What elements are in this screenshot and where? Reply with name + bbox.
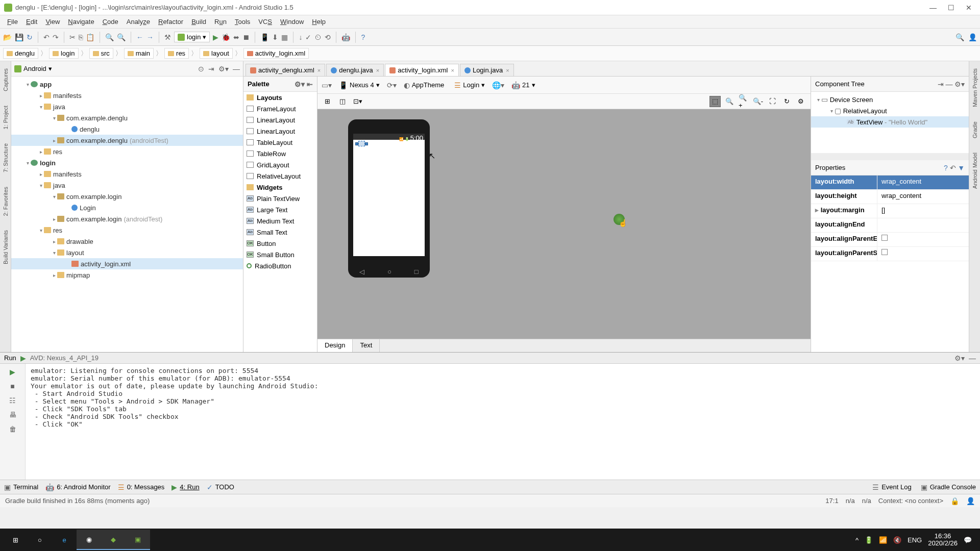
update-icon[interactable]: ↓ — [299, 33, 302, 41]
cut-icon[interactable]: ✂ — [69, 33, 76, 41]
history-icon[interactable]: ⏲ — [314, 33, 322, 41]
ime-label[interactable]: ENG — [908, 536, 922, 544]
project-view-dropdown[interactable]: Android ▾ — [14, 65, 52, 72]
api-dropdown[interactable]: 🤖21▾ — [508, 80, 538, 90]
settings-icon[interactable]: ⚙ — [795, 96, 806, 107]
tab-messages[interactable]: ☰0: Messages — [118, 483, 165, 491]
locale-icon[interactable]: 🌐▾ — [492, 81, 504, 89]
run-icon[interactable]: ▶ — [213, 33, 218, 41]
menu-tools[interactable]: Tools — [231, 16, 254, 27]
gear-icon[interactable]: ⚙▾ — [295, 80, 305, 88]
menu-edit[interactable]: Edit — [22, 16, 41, 27]
bc-src[interactable]: src — [89, 48, 113, 59]
search-everywhere-icon[interactable]: 🔍 — [955, 33, 964, 41]
menu-code[interactable]: Code — [99, 16, 122, 27]
close-button[interactable]: ✕ — [966, 4, 972, 12]
tab-gradle-console[interactable]: ▣Gradle Console — [921, 483, 976, 491]
back-icon[interactable]: ← — [136, 33, 143, 41]
tab-run[interactable]: ▶4: Run — [172, 483, 199, 491]
hide-icon[interactable]: — — [969, 354, 976, 362]
gear-icon[interactable]: ⚙▾ — [954, 354, 965, 362]
orientation-icon[interactable]: ⟳▾ — [387, 81, 397, 89]
bc-denglu[interactable]: denglu — [3, 48, 38, 59]
user-icon[interactable]: 👤 — [968, 33, 977, 41]
design-tab[interactable]: Design — [317, 339, 353, 352]
android-studio-button[interactable]: ◆ — [101, 530, 126, 550]
device-screen[interactable]: 📶 🔋 5:00 — [353, 134, 425, 256]
attach-icon[interactable]: ⬌ — [233, 33, 239, 41]
help-icon[interactable]: ? — [361, 33, 365, 41]
menu-file[interactable]: File — [3, 16, 22, 27]
theme-dropdown[interactable]: ◐AppTheme — [401, 80, 448, 90]
debug-icon[interactable]: 🐞 — [222, 33, 230, 41]
refresh-icon[interactable]: ↻ — [781, 96, 792, 107]
constraint-icon[interactable]: ⊞ — [322, 96, 333, 107]
close-icon[interactable]: × — [506, 67, 509, 73]
wifi-icon[interactable]: 📶 — [879, 536, 887, 544]
device-dropdown[interactable]: 📱Nexus 4▾ — [336, 80, 383, 90]
palette-list[interactable]: Layouts FrameLayout LinearLayout LinearL… — [243, 92, 317, 352]
minimize-button[interactable]: — — [929, 4, 937, 12]
close-icon[interactable]: × — [451, 67, 454, 73]
menu-run[interactable]: Run — [210, 16, 231, 27]
revert-icon[interactable]: ⟲ — [325, 33, 331, 41]
scroll-from-source-icon[interactable]: ⊙ — [198, 65, 204, 73]
run-output[interactable]: emulator: Listening for console connecti… — [26, 364, 980, 480]
volume-icon[interactable]: 🔇 — [893, 536, 901, 544]
gutter-gradle[interactable]: Gradle — [971, 119, 979, 140]
reset-icon[interactable]: ↶ — [950, 164, 956, 172]
project-tree[interactable]: ▾app ▸manifests ▾java ▾com.example.dengl… — [11, 77, 243, 352]
run-config-dropdown[interactable]: login ▾ — [174, 32, 210, 42]
replace-icon[interactable]: 🔍 — [117, 33, 126, 41]
hide-icon[interactable]: — — [945, 80, 952, 88]
gear-icon[interactable]: ⚙▾ — [954, 80, 965, 88]
find-icon[interactable]: 🔍 — [105, 33, 114, 41]
hide-icon[interactable]: ⇤ — [307, 80, 313, 88]
zoom-in-icon[interactable]: 🔍+ — [738, 96, 749, 107]
sync-icon[interactable]: ↻ — [27, 33, 33, 41]
menu-view[interactable]: View — [41, 16, 64, 27]
menu-vcs[interactable]: VCS — [254, 16, 276, 27]
android-logo-icon[interactable]: 🤖 — [341, 33, 350, 41]
app-button-1[interactable]: ◉ — [77, 530, 101, 550]
help-icon[interactable]: ? — [944, 164, 948, 172]
tab-login-java[interactable]: Login.java× — [460, 64, 514, 76]
avd-icon[interactable]: 📱 — [260, 33, 269, 41]
redo-icon[interactable]: ↷ — [53, 33, 59, 41]
collapse-icon[interactable]: ⇥ — [208, 65, 214, 73]
menu-help[interactable]: Help — [308, 16, 330, 27]
menu-window[interactable]: Window — [276, 16, 308, 27]
undo-icon[interactable]: ↶ — [43, 33, 50, 41]
ddms-icon[interactable]: ▦ — [281, 33, 288, 41]
cortana-button[interactable]: ○ — [28, 530, 52, 550]
notifications-icon[interactable]: 💬 — [964, 536, 972, 544]
tab-terminal[interactable]: ▣Terminal — [4, 483, 38, 491]
menu-build[interactable]: Build — [187, 16, 210, 27]
battery-icon[interactable]: 🔋 — [865, 536, 873, 544]
gutter-project[interactable]: 1: Project — [2, 104, 10, 131]
clock[interactable]: 16:36 2020/2/26 — [928, 533, 958, 547]
edge-button[interactable]: e — [52, 530, 77, 550]
paste-icon[interactable]: 📋 — [86, 33, 94, 41]
stop-icon[interactable]: ⏹ — [242, 33, 250, 41]
gutter-structure[interactable]: 7: Structure — [2, 141, 10, 174]
commit-icon[interactable]: ✓ — [305, 33, 311, 41]
hide-icon[interactable]: — — [233, 65, 240, 73]
text-tab[interactable]: Text — [353, 339, 380, 352]
filter-icon[interactable]: ▼ — [958, 164, 965, 172]
print-icon[interactable]: 🖶 — [9, 411, 16, 419]
bc-login[interactable]: login — [49, 48, 78, 59]
layout-icon[interactable]: ☷ — [9, 396, 16, 405]
bc-file[interactable]: activity_login.xml — [243, 48, 309, 59]
bc-layout[interactable]: layout — [200, 48, 233, 59]
zoom-actual-icon[interactable]: 🔍 — [724, 96, 735, 107]
tab-activity-login[interactable]: activity_login.xml× — [385, 64, 459, 76]
tab-android-monitor[interactable]: 🤖6: Android Monitor — [45, 483, 111, 491]
gear-icon[interactable]: ⚙▾ — [218, 65, 229, 73]
trash-icon[interactable]: 🗑 — [9, 425, 16, 433]
explorer-button[interactable]: ▣ — [126, 530, 150, 550]
lock-icon[interactable]: 🔒 — [950, 497, 959, 505]
expand-icon[interactable]: ⇥ — [938, 80, 944, 88]
make-icon[interactable]: ⚒ — [164, 33, 171, 41]
open-icon[interactable]: 📂 — [3, 33, 12, 41]
